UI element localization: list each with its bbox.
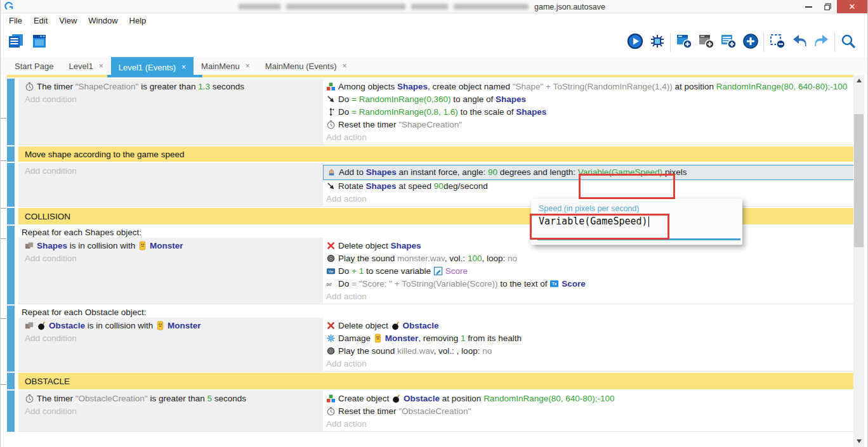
menu-window[interactable]: Window xyxy=(82,16,123,25)
menu-help[interactable]: Help xyxy=(124,16,152,25)
action-row[interactable]: Create object Obstacle at position Rando… xyxy=(323,392,854,405)
collision-icon xyxy=(25,241,34,250)
add-comment-button[interactable] xyxy=(720,34,737,51)
event-text: Play the sound xyxy=(338,346,397,356)
action-row[interactable]: Delete object Obstacle xyxy=(323,320,854,332)
action-row[interactable]: Play the sound monster.wav, vol.: 100, l… xyxy=(323,252,854,265)
event-text: monster.wav xyxy=(397,254,445,263)
menu-view[interactable]: View xyxy=(53,16,82,25)
event-text: RandomInRange(80, 640-80);-100 xyxy=(483,394,614,403)
comment-event: OBSTACLE xyxy=(7,373,854,389)
svg-text:Tx: Tx xyxy=(552,282,557,286)
project-manager-button[interactable] xyxy=(7,34,24,51)
action-row[interactable]: Do = RandomInRange(0.8, 1.6) to the scal… xyxy=(323,106,854,119)
scroll-up-button[interactable] xyxy=(853,75,864,86)
damage-icon xyxy=(326,334,336,343)
add-condition-link[interactable]: Add condition xyxy=(18,405,323,418)
minimize-button[interactable] xyxy=(799,0,818,13)
add-circle-button[interactable] xyxy=(742,34,759,51)
tab-mainmenu-events-[interactable]: MainMenu (Events)× xyxy=(258,57,355,75)
events-sheet: The timer "ShapeCreation" is greater tha… xyxy=(1,75,867,447)
toolbar-group xyxy=(764,34,834,51)
toolbar-group xyxy=(622,34,670,51)
collision-icon xyxy=(25,321,34,330)
event-text: 90 xyxy=(488,167,497,177)
event-text: Obstacle xyxy=(404,394,440,403)
tab-level1-events-[interactable]: Level1 (Events)× xyxy=(111,57,194,77)
tab-close-icon[interactable]: × xyxy=(99,62,103,70)
event-text: RandomInRange(80, 640-80);-100 xyxy=(716,82,847,91)
menu-file[interactable]: File xyxy=(3,16,28,25)
deselect-button[interactable] xyxy=(768,34,786,51)
add-event-button[interactable] xyxy=(675,34,692,51)
conditions-column: Obstacle is in collision with MonsterAdd… xyxy=(18,318,323,371)
event-text: Shapes xyxy=(391,241,421,250)
event-columns: The timer "ShapeCreation" is greater tha… xyxy=(18,79,854,145)
text-object-icon: Tx xyxy=(549,279,559,288)
delete-icon xyxy=(326,321,336,330)
add-condition-link[interactable]: Add condition xyxy=(18,93,323,106)
title-bar: game.json.autosave ✕ xyxy=(1,0,867,13)
scrollbar-thumb[interactable] xyxy=(854,114,864,247)
debug-button[interactable] xyxy=(648,34,666,51)
add-action-link[interactable]: Add action xyxy=(323,290,854,303)
comment-body[interactable]: Move shape according to the game speed xyxy=(18,146,854,162)
action-row[interactable]: VarDo + 1 to scene variable Score xyxy=(323,265,854,278)
event-text: seconds xyxy=(212,394,246,403)
event-text: Delete object xyxy=(338,321,391,330)
action-row[interactable]: Do = RandomInRange(0,360) to angle of Sh… xyxy=(323,93,854,106)
event-text: to the scale of xyxy=(458,107,516,117)
tab-start-page[interactable]: Start Page xyxy=(7,57,61,75)
scene-editor-button[interactable] xyxy=(30,34,48,51)
undo-button[interactable] xyxy=(791,34,808,51)
tab-mainmenu[interactable]: MainMenu× xyxy=(194,57,258,75)
action-row[interactable]: Damage Monster, removing 1 from its heal… xyxy=(323,332,854,345)
action-row[interactable]: Among objects Shapes, create object name… xyxy=(323,81,854,93)
popup-expression-input[interactable]: Variable(GameSpeed) xyxy=(539,216,742,227)
foreach-header[interactable]: Repeat for each Obstacle object: xyxy=(18,306,854,318)
event-text: Play the sound xyxy=(338,254,397,263)
event-text: 90 xyxy=(434,181,444,191)
event-left-bar xyxy=(7,306,15,372)
event-text: , create object named xyxy=(428,82,513,91)
event-text: Obstacle xyxy=(403,321,439,330)
timer-icon xyxy=(25,394,34,403)
vertical-scrollbar[interactable] xyxy=(853,75,864,447)
comment-body[interactable]: OBSTACLE xyxy=(18,373,854,389)
menu-bar: FileEditViewWindowHelp xyxy=(1,13,867,28)
condition-row[interactable]: The timer "ObstacleCreation" is greater … xyxy=(18,392,323,405)
actions-column: Among objects Shapes, create object name… xyxy=(323,79,854,145)
event-text: Obstacle xyxy=(49,321,85,330)
action-row[interactable]: Rotate Shapes at speed 90deg/second xyxy=(323,180,854,193)
condition-row[interactable]: Shapes is in collision with Monster xyxy=(18,240,323,252)
create-object-icon xyxy=(326,394,336,403)
action-row-selected[interactable]: Add to Shapes an instant force, angle: 9… xyxy=(323,165,854,180)
tab-close-icon[interactable]: × xyxy=(181,63,186,72)
add-action-link[interactable]: Add action xyxy=(323,358,854,370)
play-button[interactable] xyxy=(626,34,643,51)
add-subevent-button[interactable] xyxy=(697,34,714,51)
event-body: The timer "ShapeCreation" is greater tha… xyxy=(18,79,854,145)
condition-row[interactable]: Obstacle is in collision with Monster xyxy=(18,320,323,332)
tab-close-icon[interactable]: × xyxy=(246,62,250,70)
close-button[interactable]: ✕ xyxy=(837,0,867,13)
action-row[interactable]: Play the sound killed.wav, vol.: , loop:… xyxy=(323,345,854,358)
menu-edit[interactable]: Edit xyxy=(28,16,53,25)
tab-close-icon[interactable]: × xyxy=(343,62,347,70)
add-condition-link[interactable]: Add condition xyxy=(18,165,323,178)
restore-button[interactable] xyxy=(818,0,837,13)
event-text: seconds xyxy=(210,82,244,91)
tab-level1[interactable]: Level1× xyxy=(61,57,110,75)
add-condition-link[interactable]: Add condition xyxy=(18,332,323,345)
event-text: = "Score: " + ToString(Variable(Score)) xyxy=(352,279,497,288)
action-row[interactable]: Reset the timer "ObstacleCreation" xyxy=(323,405,854,418)
add-action-link[interactable]: Add action xyxy=(323,418,854,431)
add-action-link[interactable]: Add action xyxy=(323,131,854,144)
condition-row[interactable]: The timer "ShapeCreation" is greater tha… xyxy=(18,81,323,93)
add-condition-link[interactable]: Add condition xyxy=(18,252,323,265)
action-row[interactable]: txtDo = "Score: " + ToString(Variable(Sc… xyxy=(323,278,854,290)
scroll-down-button[interactable] xyxy=(853,436,864,446)
action-row[interactable]: Reset the timer "ShapeCreation" xyxy=(323,119,854,131)
redo-button[interactable] xyxy=(813,34,830,51)
search-button[interactable] xyxy=(839,34,857,51)
